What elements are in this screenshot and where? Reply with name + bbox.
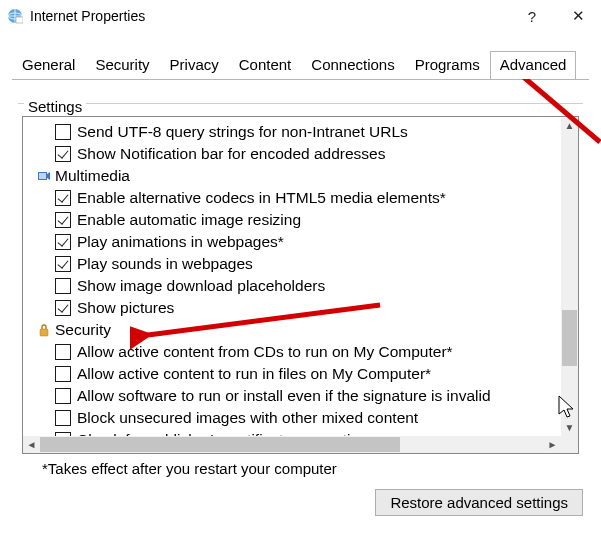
scroll-left-button[interactable]: ◄	[23, 439, 40, 450]
checkbox[interactable]	[55, 256, 71, 272]
vertical-scrollbar[interactable]: ▲ ▼	[561, 117, 578, 436]
button-label: Restore advanced settings	[390, 494, 568, 511]
category-label: Security	[55, 321, 111, 339]
tab-label: Content	[239, 56, 292, 73]
tree-row: Allow software to run or install even if…	[37, 385, 561, 407]
setting-label[interactable]: Send UTF-8 query strings for non-Intrane…	[77, 123, 408, 141]
chevron-down-icon: ▼	[565, 422, 575, 433]
tab-label: Privacy	[170, 56, 219, 73]
horizontal-scrollbar[interactable]: ◄ ►	[23, 436, 561, 453]
tab-privacy[interactable]: Privacy	[160, 51, 229, 79]
setting-label[interactable]: Enable alternative codecs in HTML5 media…	[77, 189, 446, 207]
setting-label[interactable]: Allow software to run or install even if…	[77, 387, 491, 405]
setting-label[interactable]: Show pictures	[77, 299, 174, 317]
tree-row: Allow active content from CDs to run on …	[37, 341, 561, 363]
tab-label: Connections	[311, 56, 394, 73]
checkbox[interactable]	[55, 146, 71, 162]
hscroll-thumb[interactable]	[40, 437, 400, 452]
tree-row: Show pictures	[37, 297, 561, 319]
tab-strip: General Security Privacy Content Connect…	[12, 50, 589, 79]
vscroll-thumb[interactable]	[562, 310, 577, 366]
restart-footnote: *Takes effect after you restart your com…	[42, 460, 583, 477]
help-glyph: ?	[528, 8, 536, 25]
restore-advanced-settings-button[interactable]: Restore advanced settings	[375, 489, 583, 516]
tree-row: Check for publisher's certificate revoca…	[37, 429, 561, 436]
tab-programs[interactable]: Programs	[405, 51, 490, 79]
checkbox[interactable]	[55, 212, 71, 228]
close-icon: ✕	[572, 7, 585, 25]
checkbox[interactable]	[55, 344, 71, 360]
close-button[interactable]: ✕	[555, 0, 601, 32]
tree-row: Multimedia	[37, 165, 561, 187]
chevron-right-icon: ►	[548, 439, 558, 450]
tab-content[interactable]: Content	[229, 51, 302, 79]
category-label: Multimedia	[55, 167, 130, 185]
tab-advanced[interactable]: Advanced	[490, 51, 577, 79]
svg-rect-4	[39, 173, 46, 179]
settings-tree-viewport: Send UTF-8 query strings for non-Intrane…	[23, 117, 561, 436]
tree-row: Show Notification bar for encoded addres…	[37, 143, 561, 165]
checkbox[interactable]	[55, 278, 71, 294]
tree-row: Enable alternative codecs in HTML5 media…	[37, 187, 561, 209]
group-label-settings: Settings	[24, 98, 86, 115]
settings-tree: Send UTF-8 query strings for non-Intrane…	[22, 116, 579, 454]
svg-rect-5	[40, 329, 48, 336]
chevron-left-icon: ◄	[27, 439, 37, 450]
tab-label: Security	[95, 56, 149, 73]
tree-row: Block unsecured images with other mixed …	[37, 407, 561, 429]
checkbox[interactable]	[55, 300, 71, 316]
tab-connections[interactable]: Connections	[301, 51, 404, 79]
setting-label[interactable]: Show Notification bar for encoded addres…	[77, 145, 385, 163]
svg-rect-2	[16, 17, 23, 23]
tree-row: Allow active content to run in files on …	[37, 363, 561, 385]
multimedia-icon	[37, 169, 51, 183]
tab-label: Advanced	[500, 56, 567, 73]
tab-label: General	[22, 56, 75, 73]
checkbox[interactable]	[55, 366, 71, 382]
help-button[interactable]: ?	[509, 0, 555, 32]
tab-general[interactable]: General	[12, 51, 85, 79]
checkbox[interactable]	[55, 190, 71, 206]
checkbox[interactable]	[55, 410, 71, 426]
vscroll-track[interactable]	[561, 134, 578, 419]
setting-label[interactable]: Block unsecured images with other mixed …	[77, 409, 418, 427]
setting-label[interactable]: Play sounds in webpages	[77, 255, 253, 273]
tree-row: Show image download placeholders	[37, 275, 561, 297]
setting-label[interactable]: Show image download placeholders	[77, 277, 325, 295]
setting-label[interactable]: Allow active content from CDs to run on …	[77, 343, 453, 361]
tree-row: Play animations in webpages*	[37, 231, 561, 253]
scroll-up-button[interactable]: ▲	[561, 117, 578, 134]
lock-icon	[37, 323, 51, 337]
setting-label[interactable]: Allow active content to run in files on …	[77, 365, 431, 383]
chevron-up-icon: ▲	[565, 120, 575, 131]
tab-label: Programs	[415, 56, 480, 73]
window-title: Internet Properties	[30, 8, 145, 24]
tree-row: Security	[37, 319, 561, 341]
app-icon	[6, 7, 24, 25]
tree-row: Play sounds in webpages	[37, 253, 561, 275]
scroll-down-button[interactable]: ▼	[561, 419, 578, 436]
checkbox[interactable]	[55, 124, 71, 140]
checkbox[interactable]	[55, 234, 71, 250]
scroll-right-button[interactable]: ►	[544, 439, 561, 450]
scroll-corner	[561, 436, 578, 453]
setting-label[interactable]: Play animations in webpages*	[77, 233, 284, 251]
tab-security[interactable]: Security	[85, 51, 159, 79]
checkbox[interactable]	[55, 388, 71, 404]
tree-row: Enable automatic image resizing	[37, 209, 561, 231]
titlebar: Internet Properties ? ✕	[0, 0, 601, 32]
setting-label[interactable]: Enable automatic image resizing	[77, 211, 301, 229]
hscroll-track[interactable]	[40, 436, 544, 453]
tree-row: Send UTF-8 query strings for non-Intrane…	[37, 121, 561, 143]
